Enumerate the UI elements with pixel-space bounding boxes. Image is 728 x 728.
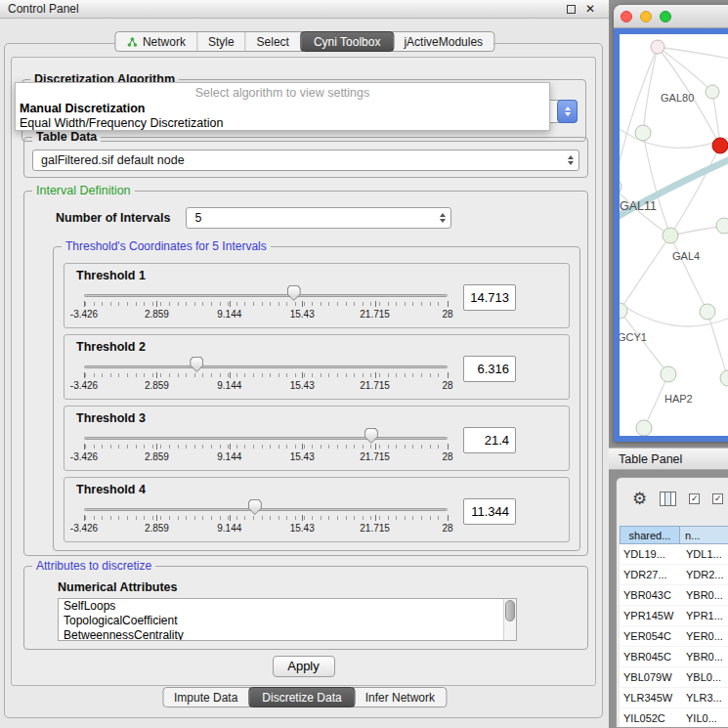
zoom-traffic-light-icon[interactable] bbox=[660, 11, 671, 22]
tab-impute-data[interactable]: Impute Data bbox=[163, 688, 249, 707]
tab-select[interactable]: Select bbox=[246, 32, 301, 51]
tick-label: 28 bbox=[442, 451, 452, 462]
threshold-1-value-field[interactable]: 14.713 bbox=[463, 284, 516, 311]
tick-label: -3.426 bbox=[70, 380, 98, 391]
network-node[interactable] bbox=[651, 40, 664, 54]
attributes-list[interactable]: SelfLoops TopologicalCoefficient Between… bbox=[58, 598, 517, 641]
network-node[interactable] bbox=[620, 179, 621, 194]
network-node[interactable] bbox=[700, 304, 715, 320]
group-legend: Interval Definition bbox=[32, 184, 135, 197]
tick-label: 21.715 bbox=[360, 451, 390, 462]
threshold-1-slider[interactable]: -3.426 2.859 9.144 15.43 21.715 28 bbox=[84, 284, 448, 323]
list-item[interactable]: TopologicalCoefficient bbox=[59, 614, 516, 628]
table-row[interactable]: YBR045CYBR0... bbox=[620, 647, 728, 667]
network-view-window: GAL80 GAL11 GAL4 GCY1 HAP2 bbox=[614, 5, 728, 442]
table-row[interactable]: YDL19...YDL1... bbox=[620, 544, 728, 565]
tick-label: 9.144 bbox=[217, 309, 241, 320]
table-row[interactable]: YDR27...YDR2... bbox=[620, 565, 728, 585]
threshold-panel: Threshold 4 -3.426 2.859 9.144 15.43 bbox=[64, 477, 570, 542]
table-data-combo[interactable]: galFiltered.sif default node bbox=[32, 150, 579, 171]
list-item[interactable]: BetweennessCentrality bbox=[59, 628, 516, 641]
attributes-group: Attributes to discretize Numerical Attri… bbox=[23, 566, 588, 650]
network-node[interactable] bbox=[663, 228, 678, 243]
tab-infer-network[interactable]: Infer Network bbox=[355, 688, 446, 707]
dropdown-option-manual[interactable]: Manual Discretization bbox=[16, 102, 549, 116]
threshold-2-value-field[interactable]: 6.316 bbox=[463, 356, 516, 382]
network-node[interactable] bbox=[635, 125, 651, 141]
network-node[interactable] bbox=[720, 370, 728, 386]
table-panel-title: Table Panel bbox=[619, 452, 682, 466]
table-row[interactable]: YLR345WYLR3... bbox=[620, 688, 728, 708]
slider-thumb[interactable] bbox=[190, 357, 203, 372]
slider-track[interactable] bbox=[84, 508, 448, 511]
tab-label: jActiveModules bbox=[404, 35, 483, 49]
tick-label: 28 bbox=[442, 309, 452, 320]
checkbox-icon[interactable]: ✓ bbox=[689, 493, 700, 504]
table-row[interactable]: YPR145WYPR1... bbox=[620, 606, 728, 626]
threshold-3-slider[interactable]: -3.426 2.859 9.144 15.43 21.715 28 bbox=[84, 427, 448, 466]
slider-track[interactable] bbox=[84, 294, 448, 297]
group-legend: Table Data bbox=[32, 130, 101, 144]
tick-label: 9.144 bbox=[217, 451, 241, 462]
number-of-intervals-label: Number of Intervals bbox=[56, 211, 170, 225]
network-node[interactable] bbox=[620, 303, 627, 319]
number-of-intervals-combo[interactable]: 5 bbox=[186, 207, 451, 229]
network-window-titlebar[interactable] bbox=[614, 5, 728, 28]
minimize-traffic-light-icon[interactable] bbox=[640, 11, 652, 22]
number-of-intervals-value: 5 bbox=[187, 208, 450, 228]
tab-style[interactable]: Style bbox=[197, 32, 246, 51]
threshold-label: Threshold 2 bbox=[76, 340, 559, 354]
columns-icon[interactable] bbox=[660, 492, 676, 506]
network-node[interactable] bbox=[636, 420, 652, 436]
combo-stepper-icon[interactable] bbox=[568, 155, 574, 165]
network-node[interactable] bbox=[716, 218, 728, 234]
checkbox-icon[interactable]: ✓ bbox=[712, 493, 723, 504]
table-row[interactable]: YIL052CYIL0... bbox=[620, 708, 728, 727]
slider-thumb[interactable] bbox=[364, 428, 378, 444]
close-traffic-light-icon[interactable] bbox=[621, 11, 632, 22]
tick-label: 15.43 bbox=[290, 451, 315, 462]
tab-discretize-data[interactable]: Discretize Data bbox=[248, 687, 355, 707]
threshold-4-slider[interactable]: -3.426 2.859 9.144 15.43 21.715 28 bbox=[84, 498, 448, 537]
threshold-3-value-field[interactable]: 21.4 bbox=[463, 427, 516, 453]
tick-label: -3.426 bbox=[70, 451, 98, 462]
combo-stepper-icon[interactable] bbox=[557, 100, 578, 123]
threshold-4-value-field[interactable]: 11.344 bbox=[463, 498, 516, 525]
tick-label: 21.715 bbox=[360, 309, 390, 320]
tick-label: -3.426 bbox=[70, 309, 98, 320]
combo-stepper-icon[interactable] bbox=[440, 213, 446, 223]
network-node[interactable] bbox=[706, 85, 719, 99]
tab-cyni-toolbox[interactable]: Cyni Toolbox bbox=[300, 31, 394, 52]
column-header-shared-name[interactable]: shared... bbox=[620, 526, 680, 544]
threshold-2-slider[interactable]: -3.426 2.859 9.144 15.43 21.715 28 bbox=[84, 356, 448, 395]
network-node-labels: GAL80 GAL11 GAL4 GCY1 HAP2 bbox=[620, 92, 700, 405]
close-icon[interactable]: ✕ bbox=[585, 3, 595, 15]
dropdown-option-equal-width[interactable]: Equal Width/Frequency Discretization bbox=[16, 116, 549, 131]
float-window-icon[interactable] bbox=[567, 5, 576, 14]
slider-thumb[interactable] bbox=[287, 285, 301, 301]
table-row[interactable]: YBR043CYBR0... bbox=[620, 585, 728, 606]
node-label: HAP2 bbox=[664, 393, 693, 405]
list-scrollbar[interactable] bbox=[503, 599, 516, 640]
selected-network-node[interactable] bbox=[712, 138, 728, 153]
apply-button[interactable]: Apply bbox=[273, 656, 335, 677]
right-workspace: GAL80 GAL11 GAL4 GCY1 HAP2 Table Panel ⚙… bbox=[609, 0, 728, 728]
slider-track[interactable] bbox=[84, 437, 448, 440]
table-row[interactable]: YER054CYER0... bbox=[620, 626, 728, 647]
group-legend: Threshold's Coordinates for 5 Intervals bbox=[62, 239, 271, 253]
tab-network[interactable]: Network bbox=[115, 32, 197, 51]
screenshot-root: Control Panel ✕ Network Style Select bbox=[0, 0, 728, 728]
threshold-label: Threshold 1 bbox=[76, 269, 559, 282]
gear-icon[interactable]: ⚙ bbox=[632, 491, 647, 507]
network-canvas[interactable]: GAL80 GAL11 GAL4 GCY1 HAP2 bbox=[620, 34, 728, 438]
slider-thumb[interactable] bbox=[248, 499, 262, 515]
slider-minor-ticks bbox=[85, 302, 447, 306]
column-header-name[interactable]: n... bbox=[680, 526, 728, 544]
slider-track[interactable] bbox=[84, 365, 448, 368]
network-canvas-frame: GAL80 GAL11 GAL4 GCY1 HAP2 bbox=[614, 28, 728, 442]
scrollbar-thumb[interactable] bbox=[505, 600, 515, 621]
network-node[interactable] bbox=[661, 366, 676, 382]
tab-jactivemodules[interactable]: jActiveModules bbox=[393, 32, 493, 51]
table-row[interactable]: YBL079WYBL0... bbox=[620, 667, 728, 688]
list-item[interactable]: SelfLoops bbox=[59, 599, 516, 614]
